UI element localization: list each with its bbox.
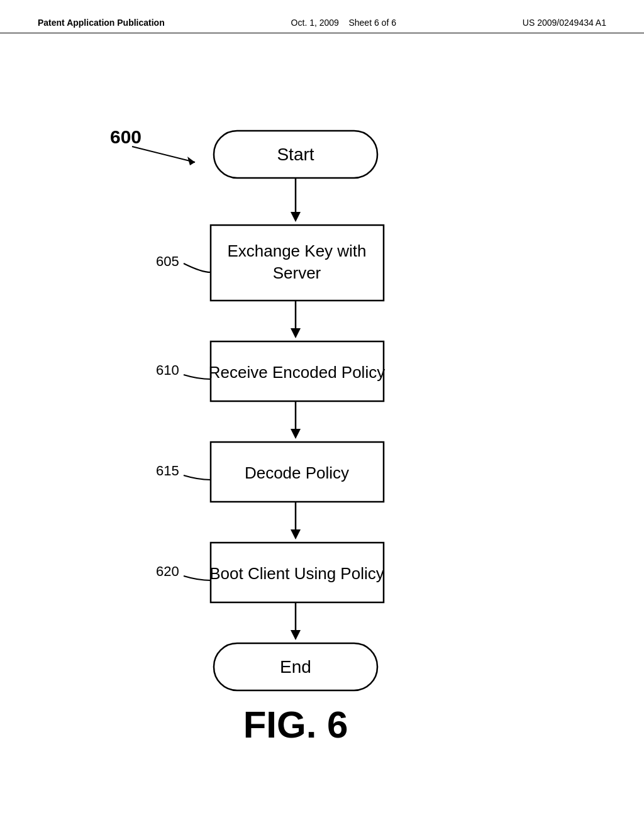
step610-label: Receive Encoded Policy xyxy=(209,363,385,382)
ref-615: 615 xyxy=(156,463,179,479)
figure-label: FIG. 6 xyxy=(243,704,348,746)
header-date: Oct. 1, 2009 xyxy=(291,18,339,28)
header-sheet: Sheet 6 of 6 xyxy=(348,18,396,28)
flowchart-svg: 600 Start 605 Exchange Key with Server 6… xyxy=(0,33,644,763)
ref-620: 620 xyxy=(156,563,179,579)
ref-610: 610 xyxy=(156,362,179,378)
svg-marker-8 xyxy=(291,429,301,439)
svg-marker-12 xyxy=(291,630,301,640)
start-label: Start xyxy=(277,145,314,164)
svg-line-0 xyxy=(132,147,195,162)
page-header: Patent Application Publication Oct. 1, 2… xyxy=(0,0,644,33)
svg-marker-10 xyxy=(291,529,301,540)
step620-label: Boot Client Using Policy xyxy=(209,564,384,583)
header-publication-label: Patent Application Publication xyxy=(38,18,165,28)
step605-line2: Server xyxy=(273,263,321,282)
step615-label: Decode Policy xyxy=(245,463,349,482)
step605-box xyxy=(211,225,384,301)
header-patent-number: US 2009/0249434 A1 xyxy=(523,18,606,28)
header-date-sheet: Oct. 1, 2009 Sheet 6 of 6 xyxy=(291,18,396,28)
svg-marker-3 xyxy=(291,212,301,222)
step605-line1: Exchange Key with xyxy=(227,241,366,260)
end-label: End xyxy=(280,657,311,677)
diagram-ref-label: 600 xyxy=(110,126,142,147)
diagram-area: 600 Start 605 Exchange Key with Server 6… xyxy=(0,33,644,763)
svg-marker-6 xyxy=(291,328,301,338)
ref-605: 605 xyxy=(156,253,179,269)
